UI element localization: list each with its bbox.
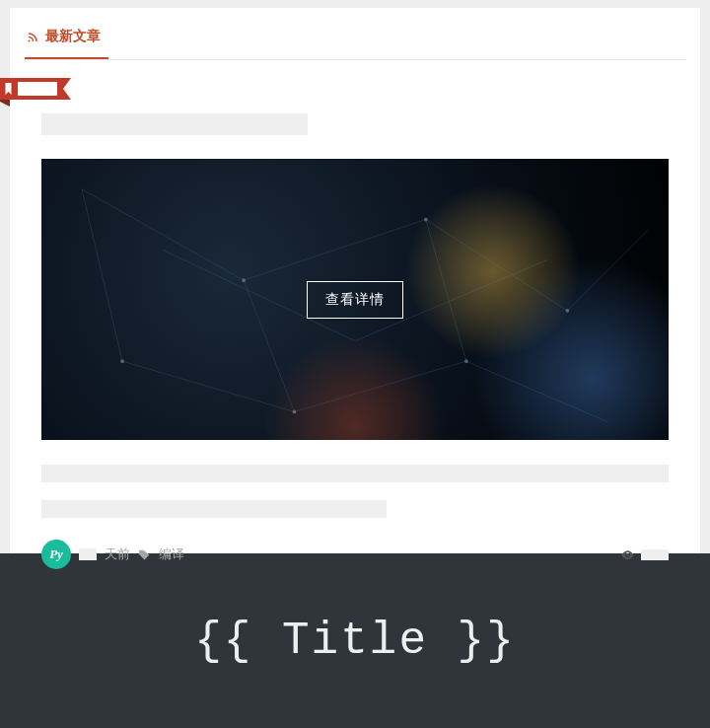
footer-title: {{ Title }}	[194, 616, 516, 667]
tab-label: 最新文章	[45, 28, 101, 45]
tab-bar: 最新文章	[24, 8, 686, 60]
tag-icon	[138, 548, 151, 561]
eye-icon	[620, 547, 635, 562]
article-title-placeholder	[41, 113, 308, 135]
svg-line-5	[122, 361, 294, 411]
svg-line-4	[567, 230, 648, 311]
svg-line-11	[163, 250, 355, 340]
author-avatar[interactable]: Py	[41, 540, 71, 569]
category-ribbon[interactable]	[0, 78, 71, 100]
svg-line-8	[244, 280, 294, 411]
svg-line-7	[466, 361, 608, 422]
page-footer: {{ Title }}	[0, 553, 710, 728]
article-meta: Py 天前 编译	[41, 540, 669, 569]
article: 查看详情 Py 天前 编译	[24, 60, 686, 569]
svg-line-10	[82, 189, 122, 361]
svg-point-14	[424, 218, 428, 222]
view-details-button[interactable]: 查看详情	[307, 281, 403, 319]
time-value-placeholder	[79, 548, 97, 560]
views-placeholder	[641, 549, 669, 560]
svg-line-12	[355, 260, 547, 341]
svg-line-6	[294, 361, 465, 411]
category-link[interactable]: 编译	[159, 546, 184, 563]
article-excerpt-line-2	[41, 500, 387, 518]
ribbon-label	[18, 82, 57, 96]
svg-point-0	[29, 40, 31, 42]
article-hero-image[interactable]: 查看详情	[41, 159, 669, 440]
time-suffix: 天前	[105, 546, 130, 563]
content-card: 最新文章	[10, 8, 700, 553]
tab-latest-articles[interactable]: 最新文章	[25, 28, 108, 59]
svg-point-16	[293, 410, 297, 414]
svg-line-9	[426, 220, 466, 362]
svg-point-18	[120, 359, 124, 363]
svg-line-3	[426, 220, 568, 311]
svg-line-1	[82, 189, 244, 280]
svg-point-17	[464, 359, 468, 363]
svg-line-2	[244, 220, 426, 281]
bookmark-icon	[4, 83, 13, 95]
svg-point-15	[566, 309, 570, 313]
rss-icon	[27, 31, 38, 42]
svg-point-13	[242, 278, 246, 282]
article-excerpt-line-1	[41, 465, 669, 482]
